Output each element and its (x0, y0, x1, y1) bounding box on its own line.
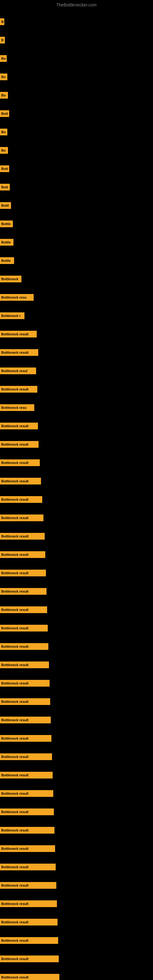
bar-label: Bottleneck result (0, 845, 55, 852)
bar-label: Bottle (0, 239, 13, 246)
bar-label: Bottleneck result (0, 478, 41, 485)
bar-item: Bottleneck result (0, 808, 54, 815)
bar-item: Bott (0, 110, 9, 117)
bar-label: Bottleneck (0, 275, 21, 282)
bar-label: B (0, 37, 5, 43)
bar-label: Bottleneck result (0, 956, 59, 962)
bar-label: Bo (0, 92, 8, 99)
bar-item: Bottleneck resul (0, 368, 36, 374)
bar-label: Bo (0, 129, 7, 135)
bar-label: Bott (0, 110, 9, 117)
site-title: TheBottlenecker.com (0, 0, 153, 9)
bar-item: Bottleneck r (0, 312, 24, 319)
bar-item: Bottleneck result (0, 735, 51, 742)
bar-item: Bottleneck result (0, 423, 38, 430)
bar-item: Bott (0, 165, 9, 172)
bar-item: Bottleneck result (0, 680, 49, 687)
bar-item: Bottleneck result (0, 864, 56, 870)
bar-label: Bottleneck resu (0, 404, 34, 411)
bar-item: Bottleneck result (0, 625, 48, 632)
bar-label: Bottleneck result (0, 606, 47, 613)
bar-label: Bottleneck result (0, 698, 50, 705)
bar-item: Bottleneck result (0, 349, 38, 356)
bar-item: Bo (0, 55, 7, 62)
bar-item: Bottleneck result (0, 643, 48, 650)
bar-label: Bottleneck result (0, 460, 40, 466)
bar-item: Bottleneck result (0, 588, 46, 595)
bar-label: Bottleneck resul (0, 368, 36, 374)
bar-label: Bottleneck result (0, 937, 58, 944)
bar-item: Bottleneck result (0, 570, 46, 576)
bar-label: Bottleneck result (0, 717, 51, 723)
bar-item: Bottle (0, 221, 13, 227)
bar-label: Bottleneck result (0, 772, 53, 778)
bar-label: Bottleneck result (0, 680, 49, 687)
bar-item: Bottleneck result (0, 331, 37, 337)
bar-item: Bo (0, 92, 8, 99)
bar-label: Bottleneck resu (0, 294, 33, 301)
bar-label: Bottleneck result (0, 974, 59, 980)
bar-item: Bottleneck result (0, 606, 47, 613)
bar-item: Bottleneck result (0, 386, 37, 393)
bar-item: Bottleneck resu (0, 294, 33, 301)
bar-item: Bottleneck result (0, 698, 50, 705)
bar-item: Bottleneck result (0, 717, 51, 723)
bar-item: B (0, 18, 4, 25)
bar-label: Bottleneck result (0, 533, 45, 539)
bar-label: Bottleneck result (0, 570, 46, 576)
bar-label: Bo (0, 55, 7, 62)
bar-label: Bottl (0, 202, 11, 209)
bar-label: Bottleneck result (0, 882, 56, 889)
bar-label: Bottleneck result (0, 423, 38, 430)
bar-label: Bottleneck result (0, 900, 57, 907)
bar-item: Bottleneck result (0, 956, 59, 962)
bar-label: Bott (0, 165, 9, 172)
bar-item: Bottle (0, 239, 13, 246)
bar-label: Bottleneck result (0, 441, 38, 448)
bar-item: Bottleneck (0, 275, 21, 282)
bar-item: Bottleneck result (0, 900, 57, 907)
bar-label: Bottleneck result (0, 919, 57, 926)
bar-item: Bott (0, 184, 10, 191)
bar-label: Bottleneck result (0, 827, 54, 834)
bar-label: Bottleneck result (0, 662, 49, 668)
bar-item: Bottleneck result (0, 919, 57, 926)
bar-item: Bottleneck result (0, 882, 56, 889)
bar-item: Bottleneck result (0, 478, 41, 485)
bar-item: Bottl (0, 202, 11, 209)
bar-label: Bo (0, 73, 7, 80)
bar-item: Bottleneck result (0, 974, 59, 980)
bar-item: B (0, 37, 5, 43)
bar-label: Bo (0, 147, 8, 154)
bar-label: Bottleneck result (0, 753, 52, 760)
bar-label: Bottleneck r (0, 312, 24, 319)
bar-item: Bottleneck result (0, 662, 49, 668)
bar-item: Bottleneck result (0, 845, 55, 852)
bar-label: Bottleneck result (0, 514, 43, 521)
bar-item: Bo (0, 147, 8, 154)
bar-item: Bottleneck result (0, 441, 38, 448)
bar-item: Bottleneck result (0, 753, 52, 760)
bar-item: Bottleneck result (0, 772, 53, 778)
bar-item: Bottle (0, 257, 14, 264)
bar-label: Bottleneck result (0, 643, 48, 650)
bar-label: Bott (0, 184, 10, 191)
bar-item: Bottleneck result (0, 937, 58, 944)
bar-label: Bottleneck result (0, 349, 38, 356)
bar-item: Bottleneck result (0, 551, 45, 558)
bar-label: Bottleneck result (0, 864, 56, 870)
bar-item: Bottleneck result (0, 514, 43, 521)
bar-label: Bottleneck result (0, 386, 37, 393)
bar-label: Bottleneck result (0, 735, 51, 742)
bar-label: Bottle (0, 257, 14, 264)
bar-label: Bottle (0, 221, 13, 227)
bar-item: Bottleneck result (0, 460, 40, 466)
bar-label: Bottleneck result (0, 808, 54, 815)
bar-item: Bottleneck resu (0, 404, 34, 411)
bar-item: Bottleneck result (0, 790, 53, 797)
bar-item: Bo (0, 73, 7, 80)
bar-label: Bottleneck result (0, 331, 37, 337)
bar-label: Bottleneck result (0, 625, 48, 632)
bar-label: Bottleneck result (0, 588, 46, 595)
bar-item: Bo (0, 129, 7, 135)
